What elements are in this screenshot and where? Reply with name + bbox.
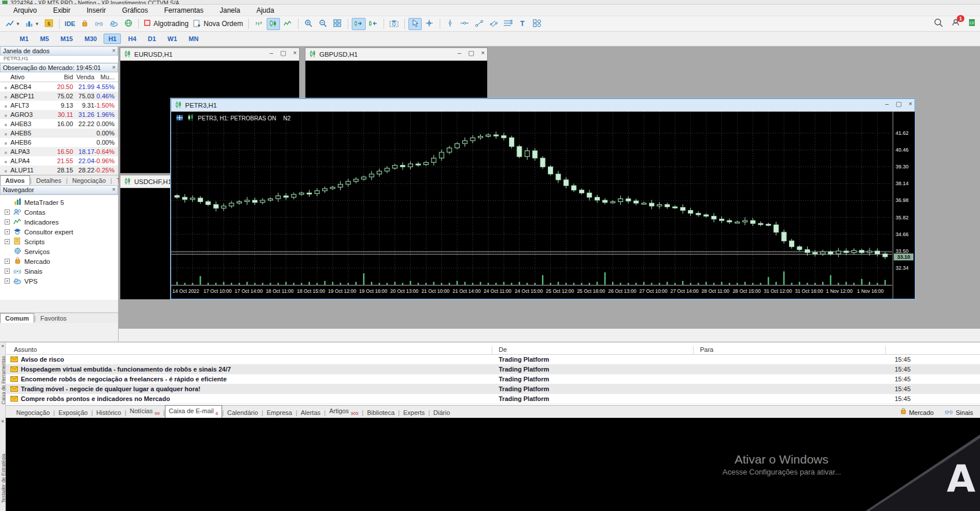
notifications-icon[interactable]: 1 <box>951 18 960 30</box>
screenshot-button[interactable] <box>388 18 401 30</box>
bars-chart-button[interactable] <box>252 18 266 30</box>
mail-row[interactable]: Hospedagem virtual embutida - funcioname… <box>6 365 980 374</box>
toolbox-tab-diário[interactable]: Diário <box>430 407 454 418</box>
profile-button[interactable]: ▼ <box>23 18 41 30</box>
search-icon[interactable] <box>934 18 943 30</box>
crosshair-button[interactable] <box>423 18 436 30</box>
channel-button[interactable] <box>487 18 500 30</box>
toolbox-tab-exposição[interactable]: Exposição <box>55 407 91 418</box>
toolbox-tab-histórico[interactable]: Histórico <box>93 407 125 418</box>
maximize-icon[interactable]: ▢ <box>896 100 901 108</box>
close-icon[interactable]: × <box>909 100 912 108</box>
market-watch-row[interactable]: ALPA316.5018.17-0.64% <box>0 147 118 156</box>
zoom-in-button[interactable] <box>302 18 315 30</box>
navigator-header[interactable]: Navegador× <box>0 185 118 194</box>
candles-chart-button[interactable] <box>267 18 280 30</box>
minimize-icon[interactable]: – <box>458 49 461 57</box>
expand-icon[interactable]: + <box>5 209 10 215</box>
auto-scroll-button[interactable] <box>352 18 366 30</box>
market-watch-row[interactable]: ALPA421.5522.04-0.96% <box>0 156 118 166</box>
new-order-button[interactable]: Nova Ordem <box>191 18 245 30</box>
close-icon[interactable]: × <box>1 343 4 349</box>
toolbox-tab-negociação[interactable]: Negociação <box>13 407 53 418</box>
mail-row[interactable]: Trading móvel - negocie de qualquer luga… <box>6 384 980 394</box>
navigator-item-contas[interactable]: +Contas <box>0 207 118 217</box>
close-icon[interactable]: × <box>112 64 116 71</box>
market-watch-row[interactable]: ABCP1175.0275.030.46% <box>0 91 118 101</box>
depth-of-market-button[interactable]: $ <box>42 18 56 30</box>
vertical-line-button[interactable] <box>444 18 457 30</box>
menu-item-ferramentas[interactable]: Ferramentas <box>157 5 211 16</box>
toolbox-vertical-strip[interactable]: × Caixa de Ferramentas <box>0 343 6 418</box>
community-button[interactable] <box>121 18 135 30</box>
market-button[interactable] <box>78 18 91 30</box>
line-chart-button[interactable] <box>281 18 294 30</box>
data-window-header[interactable]: Janela de dados× <box>0 46 118 56</box>
fibonacci-button[interactable] <box>502 18 515 30</box>
timeframe-m15[interactable]: M15 <box>56 34 78 44</box>
strategy-tester-strip[interactable]: × Testador de Estratégia <box>0 418 6 511</box>
menu-item-gráficos[interactable]: Gráficos <box>115 5 156 16</box>
close-icon[interactable]: × <box>1 418 4 424</box>
minimize-icon[interactable]: – <box>885 100 889 108</box>
market-watch-row[interactable]: AHEB316.0022.220.00% <box>0 119 118 128</box>
mail-row[interactable]: Encomende robôs de negociação a freelanc… <box>6 374 980 384</box>
navigator-item-scripts[interactable]: +Scripts <box>0 237 118 247</box>
expand-icon[interactable]: + <box>5 278 10 284</box>
toolbox-tab-calendário[interactable]: Calendário <box>224 407 261 418</box>
timeframe-d1[interactable]: D1 <box>143 34 161 44</box>
timeframe-h1[interactable]: H1 <box>104 34 121 44</box>
toolbox-tab-empresa[interactable]: Empresa <box>263 407 296 418</box>
close-icon[interactable]: × <box>481 49 485 57</box>
community-avatar-icon[interactable]: LV <box>968 19 975 29</box>
toolbox-tab-biblioteca[interactable]: Biblioteca <box>363 407 398 418</box>
text-tool-button[interactable]: T <box>516 18 529 30</box>
chart-window-petr3[interactable]: PETR3,H1 –▢× PETR3, H1: PETROBRAS ON N2 … <box>171 98 915 299</box>
market-watch-row[interactable]: AGRO330.1131.261.96% <box>0 110 118 119</box>
timeframe-m5[interactable]: M5 <box>35 34 53 44</box>
shapes-button[interactable] <box>530 18 544 30</box>
expand-icon[interactable]: + <box>5 239 10 244</box>
market-status-button[interactable]: Mercado <box>900 407 934 416</box>
signals-status-button[interactable]: ((•)) Sinais <box>944 408 973 416</box>
toolbox-tab-artigos[interactable]: Artigos 905 <box>326 406 362 418</box>
menu-item-exibir[interactable]: Exibir <box>46 5 78 16</box>
menu-item-janela[interactable]: Janela <box>212 5 248 16</box>
navigator-item-indicadores[interactable]: +Indicadores <box>0 217 118 227</box>
toolbox-tab-experts[interactable]: Experts <box>400 407 428 418</box>
chart-type-button[interactable]: ▼ <box>4 18 22 30</box>
market-watch-row[interactable]: ALUP1128.1528.22-0.25% <box>0 166 118 175</box>
navigator-item-metatrader-5[interactable]: MetaTrader 5 <box>0 197 118 207</box>
trendline-button[interactable] <box>473 18 486 30</box>
expand-icon[interactable]: + <box>5 259 10 264</box>
mail-column-headers[interactable]: Assunto De Para <box>6 345 980 355</box>
toolbox-tab-caixa-de-e-mail[interactable]: Caixa de E-mail 8 <box>165 405 222 418</box>
navigator-item-sinais[interactable]: +((•))Sinais <box>0 266 118 276</box>
minimize-icon[interactable]: – <box>270 49 273 57</box>
menu-item-inserir[interactable]: Inserir <box>79 5 113 16</box>
mail-row[interactable]: Compre robôs prontos e indicadores no Me… <box>6 394 980 404</box>
market-watch-row[interactable]: AHEB60.00% <box>0 138 118 147</box>
market-watch-row[interactable]: AHEB50.00% <box>0 128 118 138</box>
tile-windows-button[interactable] <box>331 18 344 30</box>
market-watch-columns[interactable]: Ativo Bid Venda Mu... <box>0 72 118 82</box>
toolbox-tab-notícias[interactable]: Notícias 99 <box>126 406 163 418</box>
market-watch-tab-ativos[interactable]: Ativos <box>0 175 30 185</box>
close-icon[interactable]: × <box>293 49 297 57</box>
chart-shift-button[interactable] <box>367 18 380 30</box>
navigator-item-vps[interactable]: +VPS <box>0 276 118 286</box>
menu-item-ajuda[interactable]: Ajuda <box>249 5 282 16</box>
menu-item-arquivo[interactable]: Arquivo <box>6 5 45 16</box>
algotrading-button[interactable]: Algotrading <box>142 18 190 30</box>
market-watch-tab-negociação[interactable]: Negociação <box>68 176 110 185</box>
navigator-item-mercado[interactable]: +Mercado <box>0 256 118 266</box>
market-watch-row[interactable]: ABCB420.5021.994.55% <box>0 82 118 91</box>
navigator-item-serviços[interactable]: Serviços <box>0 247 118 256</box>
expand-icon[interactable]: + <box>5 269 10 274</box>
cursor-button[interactable] <box>408 18 422 30</box>
expand-icon[interactable]: + <box>5 219 10 225</box>
maximize-icon[interactable]: ▢ <box>468 49 474 57</box>
mail-row[interactable]: Aviso de riscoTrading Platform15:45 <box>6 355 980 365</box>
zoom-out-button[interactable] <box>316 18 330 30</box>
petr3-chart[interactable]: PETR3, H1: PETROBRAS ON N2 14 Oct 202217… <box>171 112 915 299</box>
